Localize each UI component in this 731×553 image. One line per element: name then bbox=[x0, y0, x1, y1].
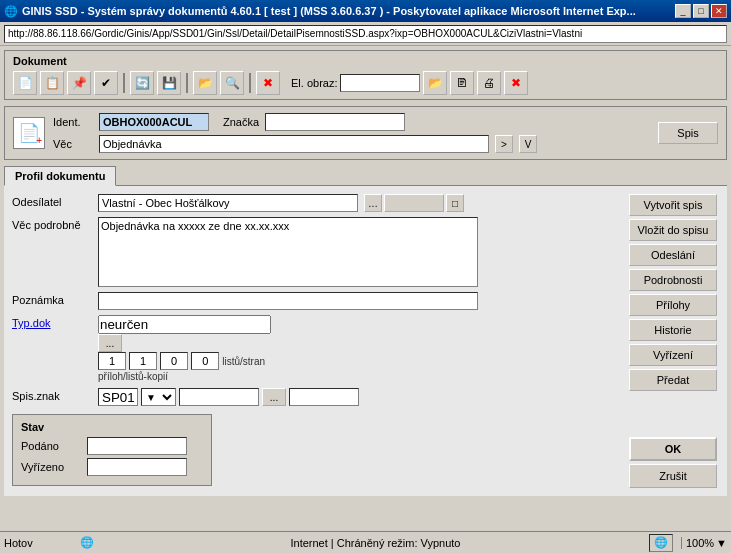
odesilatel-btns: … □ bbox=[364, 194, 464, 212]
refresh-btn[interactable]: 🔄 bbox=[130, 71, 154, 95]
el-obraz-del-btn[interactable]: ✖ bbox=[504, 71, 528, 95]
typdk-dots-btn[interactable]: ... bbox=[98, 334, 122, 352]
odesilatel-end-btn[interactable]: □ bbox=[446, 194, 464, 212]
check-btn[interactable]: ✔ bbox=[94, 71, 118, 95]
vec-v-btn[interactable]: V bbox=[519, 135, 537, 153]
odesilatel-pick-btn[interactable]: … bbox=[364, 194, 382, 212]
tab-profil-dokumentu[interactable]: Profil dokumentu bbox=[4, 166, 116, 186]
status-center-text: Internet | Chráněný režim: Vypnuto bbox=[110, 537, 641, 549]
ok-button[interactable]: OK bbox=[629, 437, 717, 461]
vyrizeno-input[interactable] bbox=[87, 458, 187, 476]
stav-section-wrapper: Stav Podáno Vyřízeno bbox=[12, 414, 621, 486]
status-zone-icon: 🌐 bbox=[654, 536, 668, 549]
vec-podrobne-textarea[interactable]: Objednávka na xxxxx ze dne xx.xx.xxx bbox=[98, 217, 478, 287]
save-btn[interactable]: 💾 bbox=[157, 71, 181, 95]
open-btn[interactable]: 📂 bbox=[193, 71, 217, 95]
num4-input[interactable] bbox=[191, 352, 219, 370]
doc-icon: 📄 + bbox=[13, 117, 45, 149]
vlozit-do-spisu-btn[interactable]: Vložit do spisu bbox=[629, 219, 717, 241]
app-window: 🌐 GINIS SSD - Systém správy dokumentů 4.… bbox=[0, 0, 731, 553]
ident-input[interactable] bbox=[99, 113, 209, 131]
el-obraz-input[interactable] bbox=[340, 74, 420, 92]
toolbar-sep-2 bbox=[186, 73, 188, 93]
status-bar: Hotov 🌐 Internet | Chráněný režim: Vypnu… bbox=[0, 531, 731, 553]
odeslani-btn[interactable]: Odeslání bbox=[629, 244, 717, 266]
vec-input[interactable] bbox=[99, 135, 489, 153]
cancel-button[interactable]: Zrušit bbox=[629, 464, 717, 488]
spisznak-dots-btn[interactable]: ... bbox=[262, 388, 286, 406]
poznamka-input[interactable] bbox=[98, 292, 478, 310]
historie-btn[interactable]: Historie bbox=[629, 319, 717, 341]
vec-row: Věc > V bbox=[53, 135, 650, 153]
find-btn[interactable]: 🔍 bbox=[220, 71, 244, 95]
odesilatel-pick2-btn[interactable] bbox=[384, 194, 444, 212]
title-bar-left: 🌐 GINIS SSD - Systém správy dokumentů 4.… bbox=[4, 5, 636, 18]
content-wrapper: Dokument 📄 📋 📌 ✔ 🔄 💾 📂 🔍 ✖ El. obraz: 📂 … bbox=[0, 46, 731, 553]
num2-input[interactable] bbox=[129, 352, 157, 370]
spisznak-input2[interactable] bbox=[179, 388, 259, 406]
odesilatel-input[interactable] bbox=[98, 194, 358, 212]
typdk-label[interactable]: Typ.dok bbox=[12, 315, 92, 329]
doc-plus-icon: + bbox=[36, 135, 42, 146]
el-obraz-label: El. obraz: bbox=[291, 77, 337, 89]
minimize-btn[interactable]: _ bbox=[675, 4, 691, 18]
doc-info-section: 📄 + Ident. Značka Věc > V Spis bbox=[4, 106, 727, 160]
spisznak-input[interactable] bbox=[98, 388, 138, 406]
doc-fields: Ident. Značka Věc > V bbox=[53, 113, 650, 153]
vec-arrow-btn[interactable]: > bbox=[495, 135, 513, 153]
status-globe-icon: 🌐 bbox=[80, 536, 94, 549]
tabs-row: Profil dokumentu bbox=[4, 166, 727, 186]
form-left: Odesílatel … □ Věc podrobně Objednávka n… bbox=[12, 194, 621, 488]
title-bar: 🌐 GINIS SSD - Systém správy dokumentů 4.… bbox=[0, 0, 731, 22]
paste-btn[interactable]: 📌 bbox=[67, 71, 91, 95]
el-obraz-open-btn[interactable]: 🖹 bbox=[450, 71, 474, 95]
spisznak-inputs: ▼ ... bbox=[98, 388, 359, 406]
znacka-input[interactable] bbox=[265, 113, 405, 131]
podrobnosti-btn[interactable]: Podrobnosti bbox=[629, 269, 717, 291]
vec-podrobne-row: Věc podrobně Objednávka na xxxxx ze dne … bbox=[12, 217, 621, 287]
spisznak-input3[interactable] bbox=[289, 388, 359, 406]
toolbar-title: Dokument bbox=[13, 55, 718, 67]
toolbar-section: Dokument 📄 📋 📌 ✔ 🔄 💾 📂 🔍 ✖ El. obraz: 📂 … bbox=[4, 50, 727, 100]
podano-input[interactable] bbox=[87, 437, 187, 455]
typdk-input[interactable] bbox=[98, 315, 271, 334]
ident-label: Ident. bbox=[53, 116, 93, 128]
typdk-inputs: ... listů/stranpříloh/listů-kopií bbox=[98, 315, 271, 383]
status-zoom: 100% ▼ bbox=[681, 537, 727, 549]
stav-title: Stav bbox=[21, 421, 203, 433]
prilohy-btn[interactable]: Přílohy bbox=[629, 294, 717, 316]
maximize-btn[interactable]: □ bbox=[693, 4, 709, 18]
poznamka-row: Poznámka bbox=[12, 292, 621, 310]
new-doc-btn[interactable]: 📄 bbox=[13, 71, 37, 95]
vyrizeni-btn[interactable]: Vyřízení bbox=[629, 344, 717, 366]
tab-content: Odesílatel … □ Věc podrobně Objednávka n… bbox=[4, 186, 727, 496]
vec-label: Věc bbox=[53, 138, 93, 150]
predat-btn[interactable]: Předat bbox=[629, 369, 717, 391]
main-panel: Profil dokumentu Odesílatel … □ bbox=[4, 166, 727, 549]
status-zone: 🌐 bbox=[649, 534, 673, 552]
num3-input[interactable] bbox=[160, 352, 188, 370]
url-input[interactable] bbox=[4, 25, 727, 43]
ident-row: Ident. Značka bbox=[53, 113, 650, 131]
delete-btn[interactable]: ✖ bbox=[256, 71, 280, 95]
podano-label: Podáno bbox=[21, 440, 81, 452]
odesilatel-row: Odesílatel … □ bbox=[12, 194, 621, 212]
stav-section: Stav Podáno Vyřízeno bbox=[12, 414, 212, 486]
toolbar-sep-1 bbox=[123, 73, 125, 93]
el-obraz-scan-btn[interactable]: 🖨 bbox=[477, 71, 501, 95]
num1-input[interactable] bbox=[98, 352, 126, 370]
odesilatel-label: Odesílatel bbox=[12, 194, 92, 208]
toolbar-buttons: 📄 📋 📌 ✔ 🔄 💾 📂 🔍 ✖ El. obraz: 📂 🖹 🖨 ✖ bbox=[13, 71, 718, 95]
spis-button[interactable]: Spis bbox=[658, 122, 718, 144]
copy-btn[interactable]: 📋 bbox=[40, 71, 64, 95]
spisznak-select[interactable]: ▼ bbox=[141, 388, 176, 406]
typdk-row: Typ.dok ... listů/stranpříloh/listů-kopi… bbox=[12, 315, 621, 383]
form-right: Vytvořit spis Vložit do spisu Odeslání P… bbox=[629, 194, 719, 488]
close-btn[interactable]: ✕ bbox=[711, 4, 727, 18]
poznamka-label: Poznámka bbox=[12, 292, 92, 306]
vytvorit-spis-btn[interactable]: Vytvořit spis bbox=[629, 194, 717, 216]
status-icons: 🌐 bbox=[80, 536, 94, 549]
zoom-dropdown-icon[interactable]: ▼ bbox=[716, 537, 727, 549]
el-obraz-browse-btn[interactable]: 📂 bbox=[423, 71, 447, 95]
vec-podrobne-label: Věc podrobně bbox=[12, 217, 92, 231]
